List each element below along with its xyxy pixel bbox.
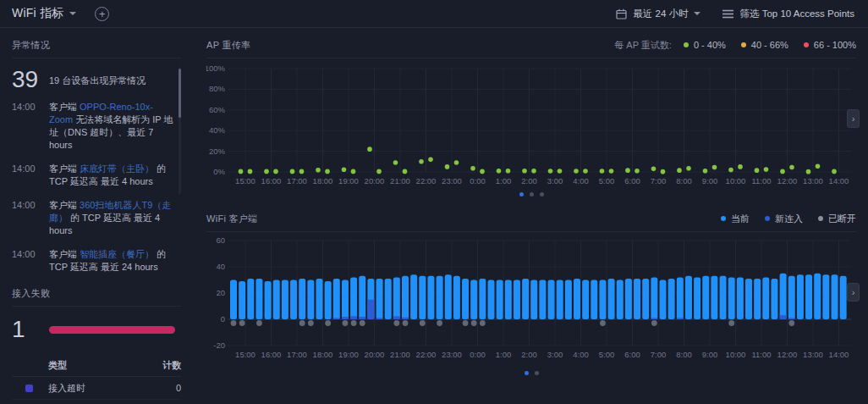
alert-item: 14:00客户端 360扫地机器人T9（走廊） 的 TCP 延迟高 最近 4 h…	[12, 199, 181, 237]
svg-text:10:00: 10:00	[726, 350, 746, 359]
anomaly-count: 39	[12, 67, 49, 92]
retry-chart-legend: 每 AP 重试数: 0 - 40%40 - 66%66 - 100%	[614, 39, 856, 52]
legend-item[interactable]: 当前	[721, 213, 750, 225]
retry-scatter-chart: 0%20%40%60%80%100%15:0016:0017:0018:0019…	[206, 62, 856, 191]
svg-text:60%: 60%	[209, 105, 226, 114]
svg-text:13:00: 13:00	[803, 176, 823, 185]
legend-dot-icon	[765, 216, 770, 221]
svg-text:4:00: 4:00	[573, 350, 589, 359]
clients-chart-legend: 当前新连入已断开	[721, 213, 856, 225]
add-metric-button[interactable]: +	[95, 7, 109, 21]
svg-text:16:00: 16:00	[261, 176, 282, 185]
svg-text:40: 40	[216, 262, 225, 271]
legend-item[interactable]: 66 - 100%	[804, 40, 856, 50]
legend-dot-icon	[804, 42, 809, 47]
svg-text:20: 20	[216, 288, 225, 297]
svg-text:40%: 40%	[209, 125, 226, 135]
retry-chart-pager	[206, 192, 856, 196]
svg-text:23:00: 23:00	[442, 176, 462, 185]
alert-text: 客户端 360扫地机器人T9（走廊） 的 TCP 延迟高 最近 4 hours	[49, 199, 176, 237]
svg-text:16:00: 16:00	[261, 350, 282, 359]
page-title[interactable]: WiFi 指标	[12, 6, 63, 21]
svg-text:21:00: 21:00	[390, 350, 410, 359]
filter-label: 筛选 Top 10 Access Points	[739, 8, 854, 20]
svg-text:12:00: 12:00	[777, 176, 798, 185]
failure-type-color-swatch	[25, 385, 33, 392]
charts-area: AP 重传率 每 AP 重试数: 0 - 40%40 - 66%66 - 100…	[203, 28, 868, 404]
time-range-select[interactable]: 最近 24 小时	[616, 8, 700, 20]
svg-text:0%: 0%	[213, 167, 225, 176]
svg-text:8:00: 8:00	[676, 176, 692, 185]
svg-text:7:00: 7:00	[651, 350, 667, 359]
anomaly-summary: 19 台设备出现异常情况	[49, 67, 146, 92]
pager-dot[interactable]	[530, 192, 534, 196]
legend-item[interactable]: 新连入	[765, 213, 803, 225]
svg-text:11:00: 11:00	[751, 350, 771, 359]
svg-text:7:00: 7:00	[651, 176, 667, 185]
clients-bar-chart: 6040200-2015:0016:0017:0018:0019:0020:00…	[206, 235, 856, 369]
clients-chart-next-button[interactable]: ›	[847, 283, 860, 302]
svg-text:22:00: 22:00	[416, 176, 437, 185]
top-bar: WiFi 指标 + 最近 24 小时 筛选 Top 10 Access Poin…	[0, 0, 868, 28]
failure-count: 1	[12, 317, 49, 342]
pager-dot[interactable]	[519, 192, 524, 196]
client-link[interactable]: 智能插座（餐厅）	[80, 249, 154, 259]
svg-text:20:00: 20:00	[365, 176, 385, 185]
retry-chart-next-button[interactable]: ›	[847, 109, 860, 128]
pager-dot[interactable]	[540, 192, 544, 196]
legend-dot-icon	[684, 42, 689, 47]
retry-rate-panel: AP 重传率 每 AP 重试数: 0 - 40%40 - 66%66 - 100…	[206, 28, 856, 196]
svg-text:11:00: 11:00	[751, 176, 771, 185]
col-type: 类型	[12, 359, 156, 372]
failure-count-value: 0	[156, 383, 181, 393]
alert-text: 客户端 智能插座（餐厅） 的 TCP 延迟高 最近 24 hours	[49, 248, 176, 274]
alert-text: 客户端 OPPO-Reno-10x-Zoom 无法将域名解析为 IP 地址（DN…	[49, 101, 176, 152]
svg-text:4:00: 4:00	[573, 176, 589, 185]
svg-text:6:00: 6:00	[624, 350, 640, 359]
legend-dot-icon	[741, 42, 746, 47]
filter-top10-button[interactable]: 筛选 Top 10 Access Points	[722, 8, 854, 20]
legend-dot-icon	[818, 216, 823, 221]
alert-item: 14:00客户端 床底灯带（主卧） 的 TCP 延迟高 最近 4 hours	[12, 163, 181, 188]
svg-text:14:00: 14:00	[829, 176, 849, 185]
svg-text:20%: 20%	[209, 147, 226, 156]
clients-chart-title: WiFi 客户端	[206, 213, 257, 225]
svg-text:9:00: 9:00	[702, 350, 718, 359]
svg-text:80%: 80%	[209, 84, 226, 93]
svg-text:14:00: 14:00	[829, 350, 849, 359]
alert-item: 14:00客户端 OPPO-Reno-10x-Zoom 无法将域名解析为 IP …	[12, 101, 181, 152]
legend-dot-icon	[721, 216, 726, 221]
svg-text:2:00: 2:00	[521, 350, 537, 359]
svg-text:5:00: 5:00	[599, 350, 615, 359]
svg-text:-20: -20	[213, 340, 225, 350]
pager-dot[interactable]	[525, 371, 529, 375]
svg-text:15:00: 15:00	[235, 350, 255, 359]
failure-table: 类型 计数 接入超时0WPA 认证超时/失败0在访问控制中封锁i0DHCP 超时…	[12, 354, 181, 404]
svg-text:0:00: 0:00	[470, 350, 486, 359]
alert-time: 14:00	[12, 163, 49, 188]
svg-text:23:00: 23:00	[442, 350, 462, 359]
svg-text:18:00: 18:00	[313, 350, 333, 359]
legend-item[interactable]: 40 - 66%	[741, 40, 788, 50]
filter-icon	[722, 9, 733, 19]
chevron-down-icon	[694, 12, 700, 15]
failure-type-label: 接入超时	[48, 383, 85, 393]
legend-item[interactable]: 已断开	[818, 213, 856, 225]
svg-text:15:00: 15:00	[235, 176, 255, 185]
anomaly-scrollbar	[179, 67, 181, 194]
svg-text:22:00: 22:00	[416, 350, 437, 359]
svg-text:100%: 100%	[206, 64, 226, 73]
anomaly-scrollbar-thumb[interactable]	[179, 69, 181, 118]
svg-text:19:00: 19:00	[338, 176, 359, 185]
legend-item[interactable]: 0 - 40%	[684, 40, 726, 50]
svg-text:3:00: 3:00	[547, 176, 563, 185]
svg-text:0: 0	[221, 314, 225, 324]
svg-text:1:00: 1:00	[496, 350, 512, 359]
pager-dot[interactable]	[535, 371, 539, 375]
alert-time: 14:00	[12, 199, 49, 237]
alert-time: 14:00	[12, 101, 49, 152]
client-link[interactable]: 床底灯带（主卧）	[80, 163, 154, 174]
svg-text:17:00: 17:00	[287, 176, 307, 185]
clients-chart-pager	[206, 371, 856, 375]
svg-text:18:00: 18:00	[313, 176, 333, 185]
